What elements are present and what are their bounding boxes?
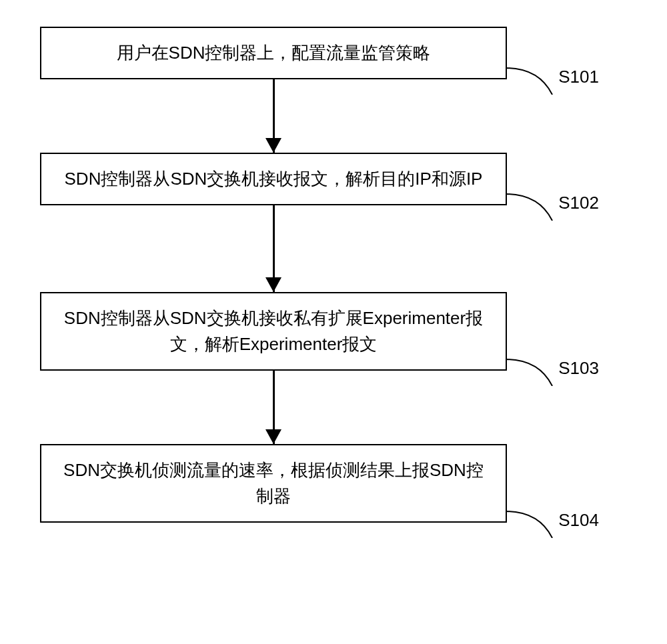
step-label-2: S102 [558,190,599,216]
step-text-2: SDN控制器从SDN交换机接收报文，解析目的IP和源IP [65,169,483,189]
arrow-3 [40,371,507,444]
step-label-1: S101 [558,64,599,90]
step-row-2: SDN控制器从SDN交换机接收报文，解析目的IP和源IP S102 [40,153,627,205]
step-text-3: SDN控制器从SDN交换机接收私有扩展Experimenter报文，解析Expe… [64,308,483,354]
step-row-3: SDN控制器从SDN交换机接收私有扩展Experimenter报文，解析Expe… [40,292,627,371]
step-text-1: 用户在SDN控制器上，配置流量监管策略 [117,43,431,63]
step-label-3: S103 [558,355,599,381]
step-text-4: SDN交换机侦测流量的速率，根据侦测结果上报SDN控制器 [63,460,484,506]
step-row-4: SDN交换机侦测流量的速率，根据侦测结果上报SDN控制器 S104 [40,444,627,523]
arrow-2 [40,205,507,292]
step-box-3: SDN控制器从SDN交换机接收私有扩展Experimenter报文，解析Expe… [40,292,507,371]
flowchart-container: 用户在SDN控制器上，配置流量监管策略 S101 SDN控制器从SDN交换机接收… [0,0,667,549]
arrow-1 [40,79,507,153]
step-box-1: 用户在SDN控制器上，配置流量监管策略 S101 [40,27,507,79]
step-box-4: SDN交换机侦测流量的速率，根据侦测结果上报SDN控制器 S104 [40,444,507,523]
step-box-2: SDN控制器从SDN交换机接收报文，解析目的IP和源IP S102 [40,153,507,205]
step-row-1: 用户在SDN控制器上，配置流量监管策略 S101 [40,27,627,79]
step-label-4: S104 [558,507,599,533]
